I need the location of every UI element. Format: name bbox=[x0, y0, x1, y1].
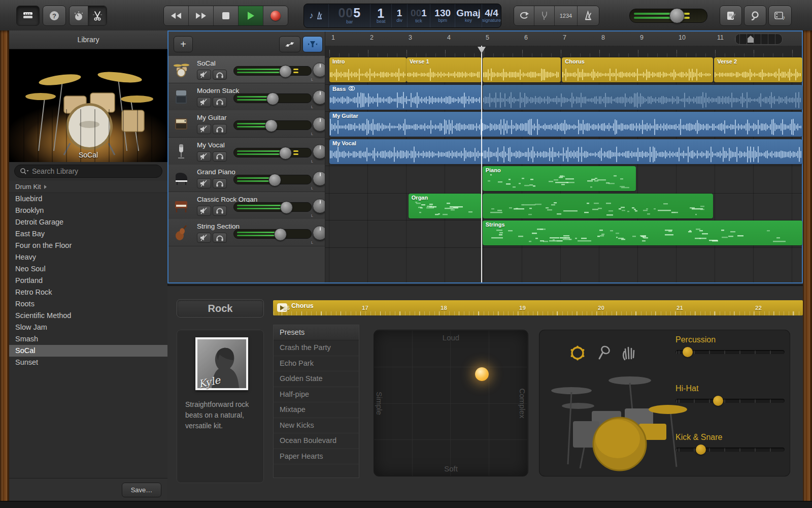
preset-item[interactable]: New Kicks bbox=[274, 418, 359, 434]
library-item[interactable]: Retro Rock bbox=[9, 287, 167, 298]
region-midi[interactable] bbox=[483, 194, 713, 218]
track-header-row[interactable]: SoCalLR bbox=[168, 56, 325, 83]
library-item[interactable]: Portland bbox=[9, 275, 167, 287]
lcd-display[interactable]: ♪ 005 bar 1 beat 1 div 001 tick 130 bpm bbox=[303, 4, 501, 28]
preset-item[interactable]: Ocean Boulevard bbox=[274, 433, 359, 449]
smart-controls-button[interactable] bbox=[70, 6, 88, 25]
kit-slider-knob[interactable] bbox=[683, 347, 693, 357]
library-item[interactable]: Roots bbox=[9, 298, 167, 310]
kit-slider-track[interactable] bbox=[675, 399, 785, 403]
xy-pad[interactable]: Loud Soft Simple Complex bbox=[374, 330, 528, 476]
tambourine-button[interactable] bbox=[569, 344, 586, 364]
track-volume-slider[interactable] bbox=[233, 120, 312, 130]
preset-item[interactable]: Mixtape bbox=[274, 402, 359, 418]
solo-button[interactable] bbox=[213, 151, 227, 162]
preset-item[interactable]: Crash the Party bbox=[274, 340, 359, 356]
library-item[interactable]: Brooklyn bbox=[9, 205, 167, 216]
region-drummer[interactable] bbox=[483, 57, 561, 82]
track-volume-slider[interactable] bbox=[233, 202, 312, 212]
editor-button[interactable] bbox=[88, 6, 107, 25]
volume-thumb[interactable] bbox=[268, 174, 281, 186]
track-header-row[interactable]: My GuitarLR bbox=[168, 110, 325, 138]
track-header-row[interactable]: Classic Rock OrganLR bbox=[168, 192, 325, 219]
catch-playhead-button[interactable] bbox=[302, 36, 323, 52]
media-browser-button[interactable]: ♪ bbox=[768, 6, 792, 26]
record-button[interactable] bbox=[263, 6, 288, 25]
preset-item[interactable]: Echo Park bbox=[274, 356, 359, 372]
library-item[interactable]: Sunset bbox=[9, 357, 167, 368]
volume-thumb[interactable] bbox=[280, 201, 293, 214]
kit-slider-knob[interactable] bbox=[713, 396, 723, 406]
solo-button[interactable] bbox=[213, 97, 227, 107]
play-button[interactable] bbox=[238, 6, 263, 25]
lcd-beat-section[interactable]: 1 beat bbox=[370, 4, 392, 27]
add-track-button[interactable]: + bbox=[174, 36, 193, 52]
region-my-guitar[interactable]: My Guitar bbox=[329, 112, 802, 137]
preset-item[interactable]: Half-pipe bbox=[274, 387, 359, 403]
count-in-button[interactable]: 1234 bbox=[554, 6, 577, 25]
track-header-row[interactable]: Modern StackLR bbox=[168, 83, 325, 111]
notepad-button[interactable] bbox=[720, 6, 742, 26]
preset-item[interactable]: Golden State bbox=[274, 371, 359, 387]
mute-button[interactable] bbox=[197, 206, 211, 216]
automation-button[interactable] bbox=[279, 36, 300, 52]
library-item[interactable]: Detroit Garage bbox=[9, 216, 167, 228]
quick-help-button[interactable]: ? bbox=[43, 6, 66, 26]
library-search-field[interactable]: Search Library bbox=[14, 165, 162, 178]
kit-slider-hi-hat[interactable]: Hi-Hat bbox=[675, 384, 785, 393]
library-item[interactable]: SoCal bbox=[9, 345, 167, 357]
region-verse-1[interactable]: Verse 1 bbox=[407, 57, 482, 82]
kit-slider-track[interactable] bbox=[675, 448, 785, 452]
library-toggle-button[interactable] bbox=[16, 6, 40, 26]
drummer-avatar[interactable]: Kyle bbox=[195, 337, 248, 390]
kit-slider-knob[interactable] bbox=[696, 444, 706, 455]
track-header-row[interactable]: Grand PianoLR bbox=[168, 165, 325, 192]
volume-thumb[interactable] bbox=[266, 92, 279, 105]
solo-button[interactable] bbox=[213, 178, 227, 188]
library-item[interactable]: Slow Jam bbox=[9, 322, 167, 333]
lcd-bar-section[interactable]: 005 bar bbox=[329, 4, 370, 27]
track-volume-slider[interactable] bbox=[233, 148, 312, 157]
loop-browser-button[interactable] bbox=[744, 6, 766, 26]
horizontal-zoom-slider[interactable] bbox=[735, 34, 783, 45]
lcd-signature-section[interactable]: 4/4 signature bbox=[482, 4, 501, 27]
track-volume-slider[interactable] bbox=[233, 93, 312, 103]
solo-button[interactable] bbox=[213, 233, 227, 243]
cycle-button[interactable] bbox=[514, 6, 534, 25]
region-organ[interactable]: Organ bbox=[409, 194, 482, 218]
shaker-button[interactable] bbox=[596, 344, 613, 364]
mute-button[interactable] bbox=[197, 233, 211, 243]
region-strings[interactable]: Strings bbox=[483, 220, 802, 245]
mute-button[interactable] bbox=[197, 151, 211, 162]
solo-button[interactable] bbox=[213, 206, 227, 216]
xy-pad-puck[interactable] bbox=[475, 367, 489, 381]
kit-slider-kick-snare[interactable]: Kick & Snare bbox=[675, 433, 785, 442]
volume-thumb[interactable] bbox=[279, 147, 292, 160]
lcd-div-section[interactable]: 1 div bbox=[392, 4, 408, 27]
region-audio[interactable] bbox=[483, 85, 802, 110]
mute-button[interactable] bbox=[197, 97, 211, 107]
solo-button[interactable] bbox=[213, 124, 227, 134]
mute-button[interactable] bbox=[197, 178, 211, 188]
track-header-row[interactable]: String SectionLR bbox=[168, 219, 325, 246]
rewind-button[interactable] bbox=[164, 6, 188, 25]
metronome-button[interactable] bbox=[577, 6, 599, 25]
tuner-button[interactable] bbox=[534, 6, 554, 25]
library-item[interactable]: East Bay bbox=[9, 228, 167, 240]
lcd-mode-icons[interactable]: ♪ bbox=[304, 4, 329, 27]
forward-button[interactable] bbox=[188, 6, 213, 25]
region-intro[interactable]: Intro bbox=[329, 57, 407, 82]
handclap-button[interactable] bbox=[620, 344, 637, 364]
ruler[interactable]: 123456789101112 bbox=[325, 31, 802, 46]
library-item[interactable]: Four on the Floor bbox=[9, 240, 167, 251]
track-volume-slider[interactable] bbox=[233, 175, 312, 184]
track-volume-slider[interactable] bbox=[233, 229, 312, 239]
region-piano[interactable]: Piano bbox=[483, 166, 636, 191]
region-my-vocal[interactable]: My Vocal bbox=[329, 139, 802, 164]
track-volume-slider[interactable] bbox=[233, 66, 312, 76]
genre-selector-button[interactable]: Rock bbox=[177, 299, 264, 318]
library-breadcrumb[interactable]: Drum Kit bbox=[9, 181, 167, 193]
lcd-tick-section[interactable]: 001 tick bbox=[408, 4, 430, 27]
library-item[interactable]: Scientific Method bbox=[9, 310, 167, 322]
mute-button[interactable] bbox=[197, 70, 211, 80]
